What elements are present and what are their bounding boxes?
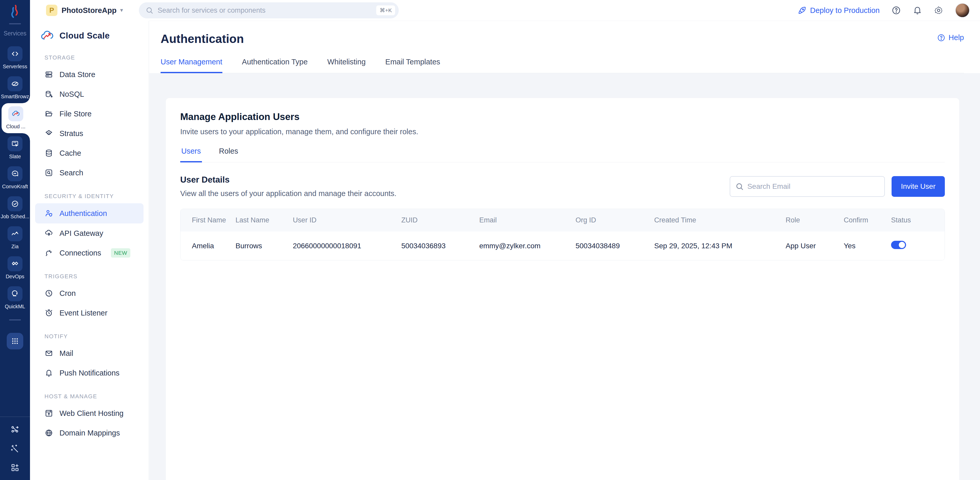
project-name: PhotoStoreApp (62, 6, 117, 15)
cloud-scale-logo-icon (41, 30, 54, 41)
sidebar-item-mail[interactable]: Mail (30, 343, 149, 363)
rail-item-quickml[interactable]: QuickML (0, 283, 30, 313)
user-details-title: User Details (180, 175, 396, 185)
sidebar-title: Cloud Scale (59, 31, 110, 41)
section-label-host-manage: HOST & MANAGE (45, 393, 149, 400)
deploy-to-production-button[interactable]: Deploy to Production (798, 6, 880, 15)
browser-upload-icon (45, 409, 53, 418)
rail-item-devops[interactable]: DevOps (0, 253, 30, 283)
sidebar-item-event-listener[interactable]: Event Listener (30, 303, 149, 323)
slate-icon (8, 136, 22, 151)
project-switcher[interactable]: P PhotoStoreApp ▼ (46, 5, 124, 16)
tab-user-management[interactable]: User Management (161, 58, 223, 73)
new-badge: NEW (111, 248, 130, 258)
plug-icon (45, 249, 53, 257)
cell-created-time: Sep 29, 2025, 12:43 PM (654, 231, 786, 260)
sidebar-item-push-notifications[interactable]: Push Notifications (30, 363, 149, 383)
nosql-database-icon (45, 90, 53, 99)
col-status: Status (891, 209, 945, 231)
section-label-storage: STORAGE (45, 54, 149, 61)
help-icon[interactable] (892, 6, 901, 15)
top-bar: P PhotoStoreApp ▼ ⌘+K Deploy to Producti… (30, 0, 980, 21)
user-shield-icon (45, 209, 53, 218)
section-label-triggers: TRIGGERS (45, 273, 149, 280)
col-last-name: Last Name (235, 209, 293, 231)
global-search[interactable]: ⌘+K (139, 2, 399, 18)
globe-icon (45, 429, 53, 437)
sidebar-item-connections[interactable]: Connections NEW (30, 243, 149, 263)
sidebar-item-stratus[interactable]: Stratus (30, 124, 149, 143)
rail-item-zia[interactable]: Zia (0, 223, 30, 253)
cell-confirm: Yes (844, 231, 891, 260)
cell-role: App User (786, 231, 844, 260)
user-details-subtitle: View all the users of your application a… (180, 189, 396, 198)
sidebar-item-search[interactable]: Search (30, 163, 149, 183)
tab-users[interactable]: Users (180, 147, 202, 163)
rail-item-cloud-scale[interactable]: Cloud ... (2, 103, 30, 133)
serverless-icon (8, 46, 22, 61)
tab-roles[interactable]: Roles (218, 147, 239, 163)
help-link[interactable]: Help (937, 33, 964, 42)
all-apps-grid-icon[interactable] (7, 333, 23, 349)
magic-wand-icon[interactable] (10, 444, 20, 453)
folder-icon (45, 109, 53, 118)
sidebar-item-web-client-hosting[interactable]: Web Client Hosting (30, 403, 149, 423)
server-icon (45, 70, 53, 79)
stratus-box-icon (45, 129, 53, 138)
sidebar-item-domain-mappings[interactable]: Domain Mappings (30, 423, 149, 443)
status-toggle[interactable] (891, 241, 906, 249)
smartbrowz-icon (8, 76, 22, 91)
section-label-notify: NOTIFY (45, 333, 149, 340)
page-title: Authentication (161, 32, 244, 46)
brand-logo-icon[interactable] (8, 4, 22, 19)
sidebar-item-api-gateway[interactable]: API Gateway (30, 223, 149, 243)
global-search-input[interactable] (158, 6, 376, 14)
rail-item-job-scheduler[interactable]: Job Sched... (0, 193, 30, 223)
tab-whitelisting[interactable]: Whitelisting (327, 58, 366, 73)
card-subtitle: Invite users to your application, manage… (180, 128, 945, 136)
add-widget-icon[interactable] (10, 463, 20, 472)
cell-first-name: Amelia (180, 231, 235, 260)
tab-email-templates[interactable]: Email Templates (385, 58, 440, 73)
devops-icon (8, 256, 22, 271)
invite-user-button[interactable]: Invite User (892, 176, 945, 197)
settings-gear-icon[interactable] (934, 6, 943, 15)
search-icon (735, 182, 744, 191)
col-first-name: First Name (180, 209, 235, 231)
clock-icon (45, 289, 53, 298)
col-org-id: Org ID (576, 209, 654, 231)
users-table: First Name Last Name User ID ZUID Email … (180, 209, 945, 260)
sidebar-item-cron[interactable]: Cron (30, 284, 149, 303)
product-rail: Services Serverless SmartBrowz Cloud ...… (0, 0, 30, 480)
rail-item-slate[interactable]: Slate (0, 133, 30, 163)
cache-cylinder-icon (45, 149, 53, 158)
notifications-bell-icon[interactable] (913, 6, 922, 15)
col-email: Email (479, 209, 575, 231)
pipelines-icon[interactable] (10, 425, 20, 434)
page-tabs: User Management Authentication Type Whit… (161, 58, 964, 73)
rail-item-convokraft[interactable]: ConvoKraft (0, 163, 30, 193)
convokraft-icon (8, 166, 22, 181)
cell-org-id: 50034038489 (576, 231, 654, 260)
sidebar-item-authentication[interactable]: Authentication (35, 203, 143, 223)
job-scheduler-icon (8, 196, 22, 211)
col-confirm: Confirm (844, 209, 891, 231)
rail-item-serverless[interactable]: Serverless (0, 43, 30, 73)
col-zuid: ZUID (401, 209, 479, 231)
zia-icon (8, 226, 22, 241)
sidebar-item-nosql[interactable]: NoSQL (30, 84, 149, 104)
sidebar-item-data-store[interactable]: Data Store (30, 65, 149, 84)
section-label-security-identity: SECURITY & IDENTITY (45, 193, 149, 200)
search-email-input[interactable] (730, 176, 885, 197)
chevron-down-icon: ▼ (119, 8, 124, 13)
card-title: Manage Application Users (180, 112, 945, 122)
user-avatar[interactable] (955, 3, 970, 18)
rail-services-label: Services (4, 30, 26, 37)
rail-divider (9, 23, 21, 24)
stopwatch-icon (45, 309, 53, 317)
tab-authentication-type[interactable]: Authentication Type (242, 58, 308, 73)
sidebar-item-file-store[interactable]: File Store (30, 104, 149, 124)
table-header-row: First Name Last Name User ID ZUID Email … (180, 209, 945, 231)
sidebar-item-cache[interactable]: Cache (30, 143, 149, 163)
cloud-scale-icon (8, 106, 23, 121)
